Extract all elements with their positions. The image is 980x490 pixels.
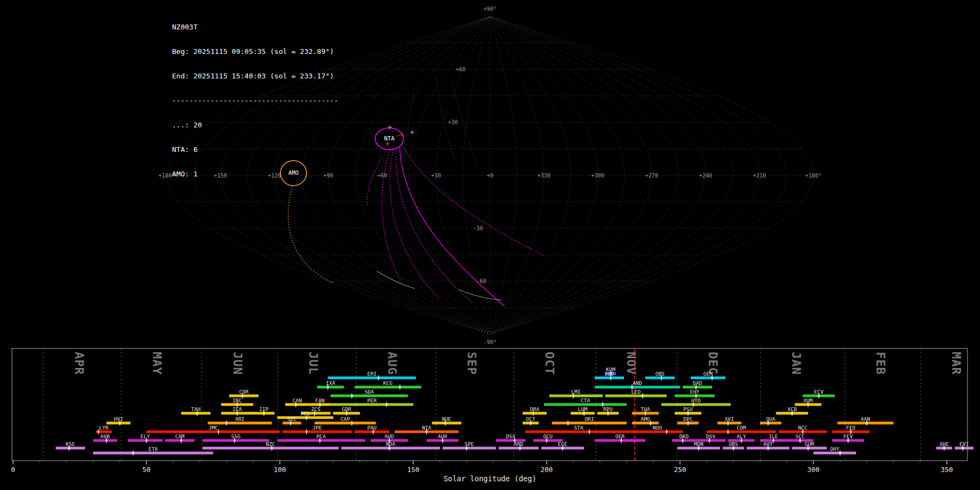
latitude-label: -90° — [483, 339, 497, 345]
shower-code-label: COM — [737, 425, 746, 431]
x-axis-tick-label: 150 — [407, 465, 420, 474]
shower-code-label: ELY — [140, 433, 150, 439]
shower-code-label: JMC — [209, 425, 218, 431]
shower-bar-spe — [443, 447, 496, 450]
shower-code-label: QUA — [766, 416, 775, 422]
meteor-trail — [390, 149, 439, 298]
shower-code-label: OCU — [543, 433, 553, 439]
shower-code-label: ARD — [514, 441, 523, 447]
month-label: MAR — [950, 352, 963, 375]
x-axis-tick-label: 200 — [541, 465, 553, 474]
shower-bar-leo — [605, 395, 667, 397]
shower-code-label: NDA — [386, 441, 395, 447]
shower-code-label: AND — [633, 380, 642, 386]
shower-code-label: ERI — [367, 371, 376, 377]
meridian-line — [490, 16, 544, 334]
shower-code-label: NUE — [442, 416, 451, 422]
shower-code-label: STA — [574, 425, 583, 431]
session-info-block: NZ003T Beg: 20251115 09:05:35 (sol = 232… — [172, 7, 338, 194]
shower-code-label: DKD — [679, 433, 689, 439]
latitude-label: -60 — [476, 278, 486, 284]
meteor-trail — [400, 147, 504, 306]
shower-code-label: CAN — [292, 397, 302, 403]
longitude-label: +0 — [487, 173, 493, 179]
shower-code-label: COR — [239, 389, 248, 395]
shower-bar-ori — [552, 422, 627, 425]
shower-code-label: LMI — [571, 389, 580, 395]
month-label: OCT — [543, 352, 556, 375]
shower-code-label: DAD — [693, 380, 702, 386]
meteor-trail — [452, 82, 479, 169]
shower-code-label: NZC — [266, 441, 275, 447]
meteor-session-screen: +180°+150+120+90+60+30+0+330+300+270+240… — [0, 0, 980, 490]
shower-code-label: SLD — [605, 371, 614, 377]
latitude-label: +60 — [456, 66, 465, 72]
shower-bar-jmc — [146, 431, 280, 433]
shower-code-label: ZCS — [311, 406, 321, 412]
x-axis-tick-label: 100 — [274, 465, 286, 474]
shower-code-label: ORI — [585, 416, 594, 422]
shower-code-label: DSV — [706, 433, 715, 439]
shower-code-label: CAP — [340, 416, 350, 422]
shower-bar-qua — [760, 422, 781, 425]
longitude-label: +210 — [753, 173, 766, 179]
shower-bar-gem — [691, 377, 726, 379]
shower-code-label: EHY — [690, 389, 699, 395]
meteor-trail — [396, 148, 473, 303]
x-axis-title: Solar longitude (deg) — [444, 474, 537, 483]
shower-code-label: OER — [615, 433, 624, 439]
shower-code-label: XVI — [725, 416, 734, 422]
shower-code-label: CTA — [580, 397, 590, 403]
shower-code-label: SPE — [464, 441, 474, 447]
longitude-label: +30 — [431, 173, 441, 179]
month-label: SEP — [465, 352, 479, 375]
shower-code-label: DRA — [530, 406, 539, 412]
longitude-label: +60 — [377, 173, 387, 179]
longitude-label: +270 — [645, 173, 658, 179]
month-label: JAN — [789, 352, 803, 375]
shower-code-label: SZC — [287, 416, 296, 422]
x-axis-tick-label: 50 — [142, 465, 150, 474]
longitude-label: +180° — [805, 173, 822, 179]
month-label: JUN — [231, 352, 244, 375]
shower-code-label: TAH — [191, 406, 200, 412]
shower-bar-eri — [328, 377, 416, 379]
shower-code-label: OHY — [830, 446, 840, 452]
sporadic-count: ...: 20 — [172, 121, 338, 129]
shower-code-label: ETA — [149, 446, 158, 452]
shower-code-label: HYD — [691, 397, 701, 403]
shower-code-label: AVB — [100, 433, 109, 439]
shower-code-label: PAU — [367, 425, 376, 431]
shower-code-label: KSE — [66, 441, 75, 447]
month-label: FEB — [874, 352, 887, 375]
meridian-line — [490, 16, 624, 334]
month-label: MAY — [150, 352, 164, 375]
meteor-trail — [367, 158, 381, 207]
shower-bar-ixa — [317, 386, 344, 389]
shower-code-label: AMO — [641, 416, 650, 422]
month-label: APR — [72, 352, 86, 375]
longitude-label: +330 — [537, 173, 550, 179]
shower-code-label: IXA — [326, 380, 335, 386]
shower-code-label: PER — [367, 397, 376, 403]
shower-code-label: SDA — [365, 389, 374, 395]
meridian-line — [463, 16, 491, 334]
shower-code-label: OBS — [656, 371, 665, 377]
longitude-label: +240 — [699, 173, 712, 179]
meteor-trail — [288, 186, 334, 283]
meteor-trail — [377, 271, 415, 289]
session-begin: Beg: 20251115 09:05:35 (sol = 232.89°) — [172, 47, 338, 56]
shower-bar-hyd — [661, 403, 731, 406]
shower-code-label: SSG — [231, 433, 241, 439]
month-label: NOV — [624, 352, 638, 375]
shower-bar-lmi — [549, 395, 603, 397]
x-axis-tick-label: 0 — [11, 465, 15, 474]
station-id: NZ003T — [172, 23, 338, 31]
month-label: JUL — [307, 352, 320, 375]
shower-code-label: GUM — [805, 441, 814, 447]
shower-bar-eta — [93, 452, 213, 455]
radiant-label-nta: NTA — [384, 135, 395, 142]
shower-code-label: NOO — [653, 425, 662, 431]
shower-code-label: ARI — [235, 416, 244, 422]
shower-code-label: LUM — [578, 406, 587, 412]
